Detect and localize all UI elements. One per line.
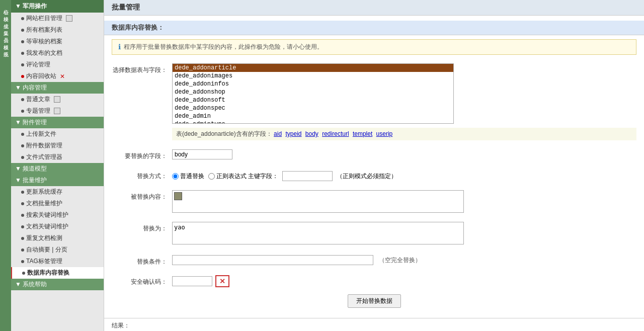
- replace-field-row: 要替换的字段：: [112, 147, 636, 162]
- table-option-addonspec[interactable]: dede_addonspec: [173, 104, 453, 112]
- dot-icon: [22, 272, 25, 275]
- condition-input[interactable]: [172, 255, 373, 265]
- table-option-addonshop[interactable]: dede_addonshop: [173, 88, 453, 96]
- dot-icon: [21, 225, 24, 228]
- field-typeid[interactable]: typeid: [285, 130, 301, 137]
- replace-method-control: 普通替换 正则表达式 主键字段： （正则模式必须指定）: [172, 170, 636, 181]
- table-option-addonimages[interactable]: dede_addonimages: [173, 72, 453, 80]
- sidebar-section-military[interactable]: ▼ 军用操作: [11, 0, 104, 13]
- field-body[interactable]: body: [305, 130, 318, 137]
- dot-icon: [21, 63, 24, 66]
- icon-bar-item-module[interactable]: 模块: [1, 10, 10, 16]
- table-option-addonsoft[interactable]: dede_addonsoft: [173, 96, 453, 104]
- sidebar-item-upload-file[interactable]: 上传新文件: [11, 128, 104, 140]
- sidebar-item-update-cache[interactable]: 更新系统缓存: [11, 186, 104, 198]
- table-option-addonarticle[interactable]: dede_addonarticle: [173, 64, 453, 72]
- sidebar-item-search-keyword[interactable]: 搜索关键词维护: [11, 209, 104, 221]
- sidebar-item-label: 文档关键词维护: [26, 222, 68, 231]
- sidebar-item-label: 搜索关键词维护: [26, 211, 68, 219]
- condition-hint: （空完全替换）: [379, 257, 421, 264]
- icon-bar-item-core[interactable]: 核心: [1, 3, 10, 9]
- sidebar-item-normal-article[interactable]: 普通文章: [11, 94, 104, 105]
- dot-icon: [21, 144, 24, 147]
- sidebar-section-attachment-label: ▼ 附件管理: [15, 118, 47, 127]
- sidebar-item-comment-mgmt[interactable]: 评论管理: [11, 59, 104, 70]
- dot-icon: [21, 191, 24, 194]
- regex-key-input[interactable]: [282, 171, 333, 181]
- replace-to-label: 替换为：: [112, 222, 172, 233]
- sidebar-item-tag-mgmt[interactable]: TAG标签管理: [11, 256, 104, 267]
- sidebar-item-doc-keyword[interactable]: 文档关键词维护: [11, 221, 104, 232]
- sidebar-item-label: 文件式管理器: [26, 153, 62, 161]
- dot-icon: [21, 17, 24, 20]
- sidebar-item-label: 普通文章: [26, 95, 50, 104]
- sidebar-item-file-manager[interactable]: 文件式管理器: [11, 151, 104, 163]
- replace-field-input[interactable]: [172, 149, 232, 159]
- folder-icon: [54, 108, 60, 114]
- table-option-admintype[interactable]: dede_admintype: [173, 120, 453, 124]
- security-control: ✕: [172, 275, 636, 287]
- table-select-box[interactable]: dede_addonarticle dede_addonimages dede_…: [172, 63, 454, 124]
- security-code-input[interactable]: [172, 276, 212, 286]
- replace-to-textarea[interactable]: yao: [172, 222, 464, 244]
- sidebar-section-content[interactable]: ▼ 内容管理: [11, 82, 104, 94]
- field-aid[interactable]: aid: [274, 130, 282, 137]
- icon-bar-item-member[interactable]: 会员: [1, 31, 10, 37]
- security-label: 安全确认码：: [112, 275, 172, 286]
- condition-control: （空完全替换）: [172, 255, 636, 265]
- field-redirecturl[interactable]: redirecturl: [322, 130, 349, 137]
- dot-icon: [21, 260, 24, 263]
- table-option-admin[interactable]: dede_admin: [173, 112, 453, 120]
- sidebar-section-channel[interactable]: ▼ 频道模型: [11, 163, 104, 175]
- dot-icon: [21, 52, 24, 55]
- sidebar-item-all-files[interactable]: 所有档案列表: [11, 24, 104, 36]
- icon-bar-item-template[interactable]: 模板: [1, 38, 10, 44]
- dot-icon: [21, 110, 24, 113]
- sidebar-section-batch[interactable]: ▼ 批量维护: [11, 175, 104, 186]
- dot-icon: [21, 156, 24, 159]
- radio-regex-input[interactable]: [208, 173, 215, 180]
- captcha-x-icon: ✕: [219, 277, 225, 285]
- icon-bar-item-system[interactable]: 系统: [1, 45, 10, 51]
- sidebar-section-system-help[interactable]: ▼ 系统帮助: [11, 279, 104, 290]
- sidebar-item-my-docs[interactable]: 我发布的文档: [11, 47, 104, 59]
- sidebar-item-site-menu[interactable]: 网站栏目管理: [11, 13, 104, 24]
- sidebar-item-review-files[interactable]: 等审核的档案: [11, 36, 104, 47]
- dot-icon: [21, 29, 24, 32]
- sidebar-item-doc-batch[interactable]: 文档批量维护: [11, 198, 104, 209]
- icon-bar-item-generate[interactable]: 生成: [1, 17, 10, 23]
- sidebar-section-channel-label: ▼ 频道模型: [15, 164, 47, 173]
- icon-bar-item-collect[interactable]: 采集: [1, 24, 10, 30]
- sidebar-item-label: 评论管理: [26, 60, 50, 69]
- radio-normal-input[interactable]: [172, 173, 179, 180]
- form-area: 选择数据表与字段： dede_addonarticle dede_addonim…: [104, 59, 644, 318]
- radio-regex[interactable]: 正则表达式 主键字段：: [208, 172, 278, 181]
- sidebar-item-label: 数据库内容替换: [27, 269, 69, 277]
- sidebar-item-label: 我发布的文档: [26, 49, 62, 57]
- icon-bar: 核心 模块 生成 采集 会员 模板 系统: [0, 0, 11, 331]
- submit-button[interactable]: 开始替换数据: [348, 294, 401, 308]
- content-replace-container: [172, 190, 464, 213]
- warning-text: 程序用于批量替换数据库中某字段的内容，此操作极为危险，请小心使用。: [124, 43, 323, 51]
- sidebar-item-auto-summary[interactable]: 自动摘要 | 分页: [11, 244, 104, 256]
- sidebar-item-dup-check[interactable]: 重复文档检测: [11, 232, 104, 244]
- sidebar-item-label: 内容回收站: [26, 72, 56, 80]
- edit-icon[interactable]: [174, 192, 182, 200]
- sidebar-section-military-label: ▼ 军用操作: [15, 2, 47, 11]
- sidebar-item-attachment-data[interactable]: 附件数据管理: [11, 140, 104, 151]
- sidebar-item-db-replace[interactable]: 数据库内容替换: [11, 267, 104, 279]
- main-content: 批量管理 数据库内容替换： ℹ 程序用于批量替换数据库中某字段的内容，此操作极为…: [104, 0, 644, 331]
- sidebar-item-label: 等审核的档案: [26, 37, 62, 46]
- radio-normal[interactable]: 普通替换: [172, 172, 204, 181]
- security-row: 安全确认码： ✕: [112, 273, 636, 289]
- info-icon: ℹ: [118, 43, 121, 51]
- sidebar-item-recycle[interactable]: 内容回收站 ✕: [11, 70, 104, 82]
- table-option-addoninfos[interactable]: dede_addoninfos: [173, 80, 453, 88]
- content-replace-row: 被替换内容：: [112, 188, 636, 215]
- field-userip[interactable]: userip: [376, 130, 393, 137]
- field-templet[interactable]: templet: [353, 130, 372, 137]
- result-section: 结果：: [104, 318, 644, 331]
- warning-box: ℹ 程序用于批量替换数据库中某字段的内容，此操作极为危险，请小心使用。: [112, 39, 636, 55]
- sidebar-item-special-mgmt[interactable]: 专题管理: [11, 105, 104, 117]
- sidebar-section-attachment[interactable]: ▼ 附件管理: [11, 117, 104, 128]
